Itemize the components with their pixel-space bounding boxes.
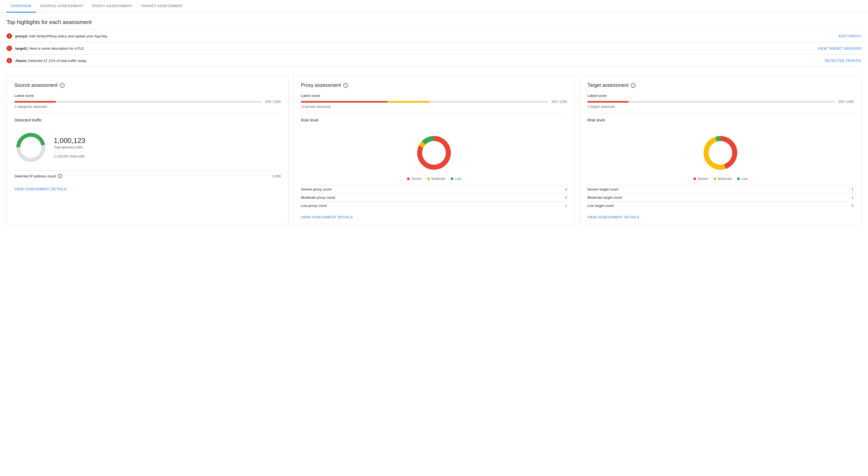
proxy-legend-moderate: Moderate <box>427 177 445 181</box>
target-assessment-card: Target assessment i Latest score 200 / 1… <box>579 76 862 226</box>
tab-overview[interactable]: OVERVIEW <box>6 0 36 12</box>
target-low-count-label: Low target count <box>587 204 614 208</box>
proxy-risk-label: Risk level <box>301 118 567 122</box>
proxy-assessment-card: Proxy assessment i Latest score 625 / 12… <box>293 76 575 226</box>
proxy-risk-counts: Severe proxy count 9 Moderate proxy coun… <box>301 185 567 210</box>
target-score-label: Latest score <box>587 94 854 98</box>
source-divider <box>14 113 281 113</box>
target-moderate-count-value: 1 <box>851 196 854 200</box>
target-legend-severe: Severe <box>693 177 708 181</box>
proxy-view-link[interactable]: VIEW ASSESSMENT DETAILS <box>301 215 567 219</box>
highlight-row-proxy: ! proxy2: Add VerifyAPIKey policy and up… <box>6 30 862 42</box>
target-severe-count-row: Severe target count 1 <box>587 185 854 193</box>
highlight-desc-proxy: Add VerifyAPIKey policy and update your … <box>28 34 108 38</box>
proxy-low-count-row: Low proxy count 1 <box>301 202 567 210</box>
proxy-title-text: Proxy assessment <box>301 83 341 88</box>
proxy-score-bar <box>301 101 548 102</box>
severe-label: Severe <box>411 177 422 181</box>
proxy-risk-legend: Severe Moderate Low <box>301 177 567 181</box>
target-low-label: Low <box>741 177 747 181</box>
target-view-link[interactable]: VIEW ASSESSMENT DETAILS <box>587 215 854 219</box>
target-severe-count-label: Severe target count <box>587 187 618 191</box>
source-assessment-card: Source assessment i Latest score 200 / 1… <box>6 76 289 226</box>
low-label: Low <box>455 177 461 181</box>
target-risk-legend: Severe Moderate Low <box>587 177 854 181</box>
cards-row: Source assessment i Latest score 200 / 1… <box>0 67 868 226</box>
proxy-legend-low: Low <box>451 177 461 181</box>
target-low-count-value: 0 <box>851 204 854 208</box>
error-icon-abuse: ! <box>6 58 12 63</box>
source-detected-label: Total detected traffic <box>54 146 85 149</box>
low-dot <box>451 177 453 180</box>
detected-traffic-link[interactable]: DETECTED TRAFFIC <box>825 59 862 63</box>
source-donut-svg <box>14 131 47 164</box>
target-title-text: Target assessment <box>587 83 628 88</box>
target-severe-dot <box>693 177 696 180</box>
target-legend-moderate: Moderate <box>714 177 732 181</box>
source-view-link[interactable]: VIEW ASSESSMENT DETAILS <box>14 187 281 191</box>
moderate-label: Moderate <box>432 177 445 181</box>
source-score-bar-row: 200 / 1200 <box>14 100 281 104</box>
proxy-card-title: Proxy assessment i <box>301 83 567 88</box>
view-target-servers-link[interactable]: VIEW TARGET SERVERS <box>817 47 862 51</box>
target-score-bar <box>587 101 835 102</box>
target-low-count-row: Low target count 0 <box>587 202 854 210</box>
target-risk-counts: Severe target count 1 Moderate target co… <box>587 185 854 210</box>
highlight-desc-abuse: Detected 47.11% of total traffic today. <box>27 59 87 63</box>
tab-proxy-assessment[interactable]: PROXY ASSESSMENT <box>88 0 136 12</box>
edit-proxy-link[interactable]: EDIT PROXY <box>839 34 862 38</box>
target-info-icon[interactable]: i <box>631 83 636 88</box>
highlight-bold-abuse: Abuse: <box>15 59 27 63</box>
error-icon-proxy: ! <box>6 33 12 39</box>
highlight-text-target: target1: Here is some description for mT… <box>15 47 811 51</box>
target-legend-low: Low <box>737 177 747 181</box>
proxy-score-bar-row: 625 / 1200 <box>301 100 567 104</box>
proxy-low-count-value: 1 <box>565 204 567 208</box>
proxy-divider <box>301 113 567 113</box>
highlight-desc-target: Here is some description for mTLS <box>28 47 84 51</box>
proxy-severe-count-label: Severe proxy count <box>301 187 332 191</box>
source-score-value: 200 / 1200 <box>265 100 281 104</box>
target-moderate-count-label: Moderate target count <box>587 196 622 200</box>
target-moderate-dot <box>714 177 716 180</box>
target-card-title: Target assessment i <box>587 83 854 88</box>
target-score-fill <box>587 101 629 102</box>
tab-source-assessment[interactable]: SOURCE ASSESSMENT <box>36 0 88 12</box>
tab-target-assessment[interactable]: TARGET ASSESSMENT <box>137 0 187 12</box>
target-risk-label: Risk level <box>587 118 854 122</box>
proxy-score-label: Latest score <box>301 94 567 98</box>
source-ip-label: Detected IP address count i <box>14 174 62 178</box>
proxy-score-value: 625 / 1200 <box>552 100 567 104</box>
source-ip-info-icon[interactable]: i <box>58 174 62 178</box>
source-ip-count-row: Detected IP address count i 1,000 <box>14 170 281 181</box>
source-ip-label-text: Detected IP address count <box>14 174 56 178</box>
proxy-proxies-assessed: 10 proxies assessed <box>301 105 567 109</box>
proxy-info-icon[interactable]: i <box>343 83 348 88</box>
proxy-severe-count-value: 9 <box>565 187 567 191</box>
highlights-title: Top highlights for each assessment <box>6 19 862 25</box>
proxy-score-fill-red <box>301 101 388 102</box>
target-score-bar-row: 200 / 1200 <box>587 100 854 104</box>
highlight-text-abuse: Abuse: Detected 47.11% of total traffic … <box>15 59 818 63</box>
highlight-bold-target: target1: <box>15 47 28 51</box>
target-severe-label: Severe <box>698 177 708 181</box>
source-info-icon[interactable]: i <box>60 83 65 88</box>
moderate-dot <box>427 177 430 180</box>
target-severe-count-value: 1 <box>851 187 854 191</box>
highlight-bold-proxy: proxy2: <box>15 34 28 38</box>
error-icon-target: ! <box>6 46 12 51</box>
source-traffic-donut-area: 1,000,123 Total detected traffic 2,123,0… <box>14 127 281 168</box>
target-score-value: 200 / 1200 <box>838 100 854 104</box>
proxy-moderate-count-label: Moderate proxy count <box>301 196 335 200</box>
source-score-bar <box>14 101 262 102</box>
source-categories-assessed: 2 categories assessed <box>14 105 281 109</box>
proxy-score-fill-orange <box>388 101 430 102</box>
proxy-moderate-count-row: Moderate proxy count 0 <box>301 193 567 202</box>
highlight-row-abuse: ! Abuse: Detected 47.11% of total traffi… <box>6 54 862 67</box>
highlights-section: Top highlights for each assessment ! pro… <box>0 12 868 67</box>
source-traffic-stats: 1,000,123 Total detected traffic 2,123,0… <box>54 137 85 158</box>
proxy-low-count-label: Low proxy count <box>301 204 327 208</box>
source-ip-value: 1,000 <box>272 174 281 178</box>
source-detected-count: 1,000,123 <box>54 137 85 145</box>
source-score-label: Latest score <box>14 94 281 98</box>
